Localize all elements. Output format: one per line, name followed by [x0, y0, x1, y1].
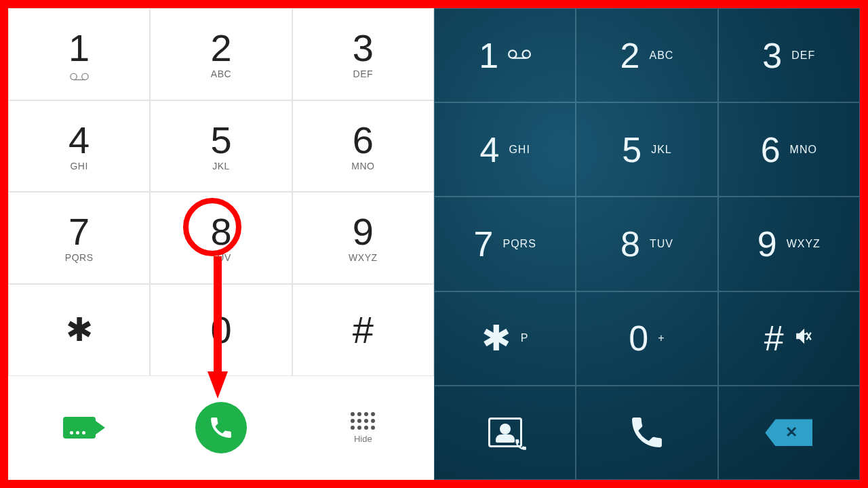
- dark-digit-hash: #: [764, 321, 784, 356]
- dark-key-hash[interactable]: #: [718, 291, 860, 386]
- video-icon: [63, 417, 96, 439]
- light-dialer-keypad: 1 2 ABC 3 DEF 4 GHI 5 JKL 6: [8, 8, 434, 376]
- digit-9: 9: [353, 213, 374, 251]
- voicemail-icon: [70, 71, 89, 79]
- dark-call-button[interactable]: [576, 386, 717, 480]
- dark-digit-0: 0: [629, 321, 648, 356]
- dark-digit-2: 2: [620, 38, 640, 73]
- key-1[interactable]: 1: [8, 8, 150, 100]
- svg-point-1: [81, 73, 87, 79]
- digit-1: 1: [68, 29, 90, 67]
- letters-8: TUV: [211, 252, 231, 263]
- contact-card-icon: [488, 418, 522, 447]
- digit-hash: #: [353, 311, 374, 349]
- dark-digit-3: 3: [762, 38, 782, 73]
- hide-keypad-button[interactable]: Hide: [292, 376, 434, 480]
- hide-label: Hide: [354, 434, 372, 444]
- dark-letters-7: PQRS: [502, 238, 536, 250]
- dark-digit-6: 6: [761, 132, 781, 167]
- digit-4: 4: [68, 121, 90, 159]
- dark-key-1[interactable]: 1: [434, 8, 576, 102]
- dark-key-3[interactable]: 3 DEF: [718, 8, 860, 102]
- letters-9: WXYZ: [349, 252, 377, 263]
- key-6[interactable]: 6 MNO: [292, 100, 434, 192]
- letters-5: JKL: [212, 161, 230, 171]
- key-4[interactable]: 4 GHI: [8, 100, 150, 192]
- light-dialer-actions: Hide: [8, 376, 434, 480]
- mute-icon: [793, 327, 814, 350]
- svg-point-6: [523, 50, 530, 58]
- key-hash[interactable]: #: [292, 284, 434, 376]
- key-star[interactable]: ✱: [8, 284, 150, 376]
- dark-key-2[interactable]: 2 ABC: [576, 8, 717, 102]
- letters-4: GHI: [70, 161, 87, 171]
- key-8[interactable]: 8 TUV: [150, 192, 292, 284]
- digit-7: 7: [68, 213, 90, 251]
- dark-letters-6: MNO: [790, 144, 817, 156]
- key-7[interactable]: 7 PQRS: [8, 192, 150, 284]
- dark-letters-3: DEF: [791, 49, 815, 62]
- letters-2: ABC: [211, 68, 231, 79]
- contacts-button[interactable]: [434, 386, 576, 480]
- key-2[interactable]: 2 ABC: [150, 8, 292, 100]
- digit-3: 3: [353, 29, 374, 67]
- dark-digit-8: 8: [620, 226, 640, 262]
- dark-letters-9: WXYZ: [787, 238, 821, 250]
- call-button[interactable]: [150, 376, 292, 480]
- backspace-button[interactable]: ✕: [718, 386, 860, 480]
- digit-star: ✱: [66, 314, 93, 346]
- dark-key-star[interactable]: ✱ P: [434, 291, 576, 386]
- dark-key-6[interactable]: 6 MNO: [718, 102, 860, 197]
- dark-digit-7: 7: [474, 226, 494, 262]
- dark-dialer-panel: 1 2 ABC 3 DEF 4 GHI 5 JKL 6: [434, 8, 860, 480]
- dark-digit-9: 9: [757, 226, 777, 262]
- dark-letters-4: GHI: [509, 144, 530, 156]
- letters-6: MNO: [351, 161, 374, 171]
- dark-key-7[interactable]: 7 PQRS: [434, 197, 576, 291]
- key-5[interactable]: 5 JKL: [150, 100, 292, 192]
- backspace-icon: ✕: [765, 419, 812, 446]
- phone-icon: [628, 413, 666, 451]
- dark-digit-4: 4: [479, 132, 499, 167]
- letters-7: PQRS: [65, 252, 94, 263]
- voicemail-icon: [508, 49, 531, 62]
- dark-letters-0: +: [658, 332, 665, 344]
- dark-dialer-keypad: 1 2 ABC 3 DEF 4 GHI 5 JKL 6: [434, 8, 860, 480]
- dark-digit-star: ✱: [481, 321, 511, 356]
- dark-digit-1: 1: [479, 38, 498, 73]
- dark-letters-2: ABC: [650, 49, 674, 62]
- digit-5: 5: [210, 121, 231, 159]
- dark-digit-5: 5: [622, 132, 642, 167]
- dark-letters-star: P: [521, 332, 529, 344]
- digit-6: 6: [353, 121, 374, 159]
- dark-key-5[interactable]: 5 JKL: [576, 102, 717, 197]
- keypad-dots-icon: [351, 412, 375, 430]
- dark-key-0[interactable]: 0 +: [576, 291, 717, 386]
- key-0[interactable]: 0: [150, 284, 292, 376]
- dark-letters-5: JKL: [651, 144, 672, 156]
- letters-3: DEF: [353, 68, 374, 79]
- digit-8: 8: [210, 213, 231, 251]
- phone-icon: [195, 402, 247, 453]
- svg-point-0: [71, 73, 77, 79]
- dark-letters-8: TUV: [650, 238, 673, 250]
- light-dialer-panel: 1 2 ABC 3 DEF 4 GHI 5 JKL 6: [8, 8, 434, 480]
- digit-2: 2: [210, 29, 231, 67]
- dark-key-9[interactable]: 9 WXYZ: [718, 197, 860, 291]
- video-call-button[interactable]: [8, 376, 150, 480]
- key-9[interactable]: 9 WXYZ: [292, 192, 434, 284]
- digit-0: 0: [210, 311, 231, 349]
- dark-key-8[interactable]: 8 TUV: [576, 197, 717, 291]
- svg-point-5: [509, 50, 516, 58]
- dark-key-4[interactable]: 4 GHI: [434, 102, 576, 197]
- key-3[interactable]: 3 DEF: [292, 8, 434, 100]
